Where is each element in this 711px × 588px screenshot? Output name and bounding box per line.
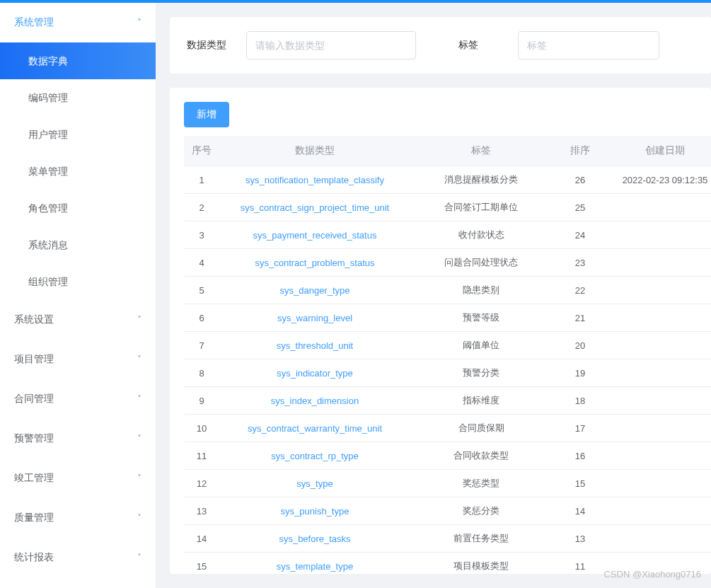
cell-sort: 23: [552, 249, 608, 277]
cell-seq: 2: [184, 194, 219, 221]
cell-seq: 3: [184, 221, 219, 249]
chevron-down-icon: ˅: [137, 354, 141, 364]
cell-sort: 16: [552, 442, 608, 470]
cell-create-date: [608, 249, 711, 277]
sidebar: 系统管理˄数据字典编码管理用户管理菜单管理角色管理系统消息组织管理系统设置˅项目…: [0, 3, 156, 588]
cell-label: 预警分类: [410, 359, 552, 387]
cell-sort: 26: [552, 166, 608, 194]
filter-panel: 数据类型 标签: [170, 17, 711, 74]
cell-sort: 15: [552, 470, 608, 497]
th-create-date: 创建日期: [608, 136, 711, 166]
table-row: 9sys_index_dimension指标维度18: [184, 387, 711, 415]
sidebar-item-0-6[interactable]: 组织管理: [0, 263, 156, 300]
cell-seq: 13: [184, 497, 219, 525]
sidebar-item-0-1[interactable]: 编码管理: [0, 79, 156, 116]
chevron-down-icon: ˅: [137, 553, 141, 563]
table-row: 10sys_contract_warranty_time_unit合同质保期17: [184, 415, 711, 442]
cell-data-type[interactable]: sys_template_type: [219, 553, 410, 575]
cell-data-type[interactable]: sys_index_dimension: [219, 387, 410, 415]
menu-group-4[interactable]: 预警管理˅: [0, 419, 156, 459]
cell-create-date: [608, 525, 711, 553]
menu-group-label: 项目管理: [14, 353, 54, 366]
menu-group-7[interactable]: 统计报表˅: [0, 538, 156, 577]
content-panel: 新增 序号 数据类型 标签 排序 创建日期 1sys_notification_…: [170, 88, 711, 574]
cell-data-type[interactable]: sys_contract_sign_project_time_unit: [219, 194, 410, 221]
table-row: 6sys_warning_level预警等级21: [184, 304, 711, 332]
cell-data-type[interactable]: sys_indicator_type: [219, 359, 410, 387]
table-row: 4sys_contract_problem_status问题合同处理状态23: [184, 249, 711, 277]
cell-data-type[interactable]: sys_type: [219, 470, 410, 497]
cell-seq: 7: [184, 332, 219, 359]
table-wrap[interactable]: 序号 数据类型 标签 排序 创建日期 1sys_notification_tem…: [184, 136, 711, 574]
cell-sort: 18: [552, 387, 608, 415]
cell-seq: 10: [184, 415, 219, 442]
cell-data-type[interactable]: sys_notification_template_classify: [219, 166, 410, 194]
menu-group-3[interactable]: 合同管理˅: [0, 379, 156, 419]
cell-sort: 22: [552, 277, 608, 304]
cell-label: 预警等级: [410, 304, 552, 332]
menu-group-label: 统计报表: [14, 551, 54, 564]
cell-seq: 12: [184, 470, 219, 497]
cell-seq: 14: [184, 525, 219, 553]
menu-group-6[interactable]: 质量管理˅: [0, 498, 156, 538]
cell-seq: 9: [184, 387, 219, 415]
cell-seq: 15: [184, 553, 219, 575]
data-table: 序号 数据类型 标签 排序 创建日期 1sys_notification_tem…: [184, 136, 711, 574]
cell-label: 前置任务类型: [410, 525, 552, 553]
cell-sort: 14: [552, 497, 608, 525]
sidebar-item-0-4[interactable]: 角色管理: [0, 190, 156, 226]
cell-create-date: [608, 194, 711, 221]
cell-label: 项目模板类型: [410, 553, 552, 575]
cell-label: 收付款状态: [410, 221, 552, 249]
menu-group-5[interactable]: 竣工管理˅: [0, 459, 156, 498]
cell-data-type[interactable]: sys_threshold_unit: [219, 332, 410, 359]
sidebar-item-0-3[interactable]: 菜单管理: [0, 153, 156, 190]
add-button[interactable]: 新增: [184, 102, 229, 127]
menu-group-label: 系统管理: [14, 16, 54, 29]
cell-data-type[interactable]: sys_contract_problem_status: [219, 249, 410, 277]
table-row: 13sys_punish_type奖惩分类14: [184, 497, 711, 525]
cell-data-type[interactable]: sys_danger_type: [219, 277, 410, 304]
cell-sort: 21: [552, 304, 608, 332]
menu-group-label: 质量管理: [14, 512, 54, 524]
filter-tag-input[interactable]: [518, 31, 659, 59]
cell-data-type[interactable]: sys_contract_rp_type: [219, 442, 410, 470]
sidebar-item-0-0[interactable]: 数据字典: [0, 42, 156, 79]
cell-data-type[interactable]: sys_contract_warranty_time_unit: [219, 415, 410, 442]
main-content: 数据类型 标签 新增 序号 数据类型 标签 排序 创建日期: [156, 3, 711, 588]
table-row: 12sys_type奖惩类型15: [184, 470, 711, 497]
chevron-up-icon: ˄: [137, 18, 141, 28]
menu-group-2[interactable]: 项目管理˅: [0, 340, 156, 379]
menu-group-1[interactable]: 系统设置˅: [0, 300, 156, 340]
cell-label: 奖惩类型: [410, 470, 552, 497]
cell-data-type[interactable]: sys_payment_received_status: [219, 221, 410, 249]
cell-create-date: [608, 277, 711, 304]
sidebar-item-0-2[interactable]: 用户管理: [0, 116, 156, 153]
cell-label: 合同签订工期单位: [410, 194, 552, 221]
filter-data-type-input[interactable]: [246, 31, 416, 59]
chevron-down-icon: ˅: [137, 513, 141, 523]
th-label: 标签: [410, 136, 552, 166]
cell-seq: 1: [184, 166, 219, 194]
filter-data-type-label: 数据类型: [187, 39, 232, 52]
sidebar-item-0-5[interactable]: 系统消息: [0, 226, 156, 263]
cell-create-date: [608, 304, 711, 332]
th-data-type: 数据类型: [219, 136, 410, 166]
cell-sort: 20: [552, 332, 608, 359]
cell-create-date: [608, 387, 711, 415]
cell-sort: 24: [552, 221, 608, 249]
table-row: 1sys_notification_template_classify消息提醒模…: [184, 166, 711, 194]
cell-label: 指标维度: [410, 387, 552, 415]
menu-group-label: 合同管理: [14, 393, 54, 405]
menu-group-0[interactable]: 系统管理˄: [0, 3, 156, 42]
cell-sort: 25: [552, 194, 608, 221]
table-row: 2sys_contract_sign_project_time_unit合同签订…: [184, 194, 711, 221]
cell-create-date: [608, 497, 711, 525]
cell-data-type[interactable]: sys_warning_level: [219, 304, 410, 332]
cell-seq: 11: [184, 442, 219, 470]
chevron-down-icon: ˅: [137, 394, 141, 404]
cell-data-type[interactable]: sys_before_tasks: [219, 525, 410, 553]
table-row: 3sys_payment_received_status收付款状态24: [184, 221, 711, 249]
cell-data-type[interactable]: sys_punish_type: [219, 497, 410, 525]
table-row: 14sys_before_tasks前置任务类型13: [184, 525, 711, 553]
